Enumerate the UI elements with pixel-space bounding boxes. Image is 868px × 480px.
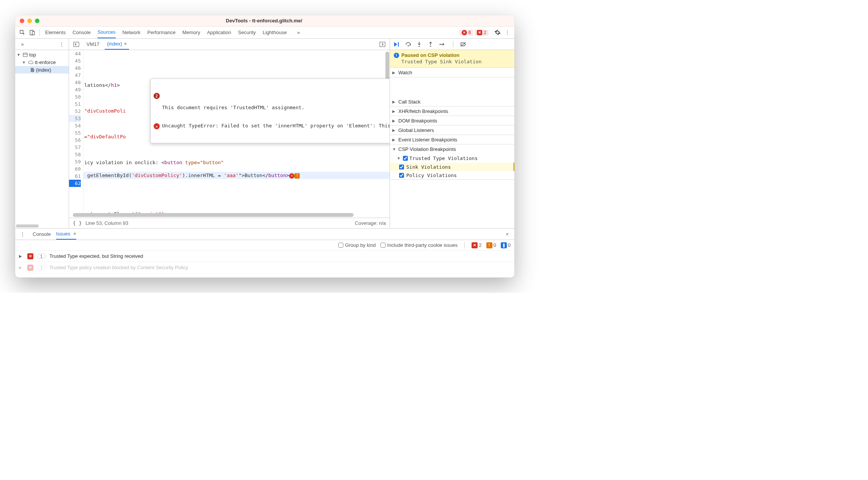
file-tree[interactable]: ▼ top ▼ tt-enforce (index) [15,50,69,224]
panel-event-listener-breakpoints[interactable]: ▶Event Listener Breakpoints [390,135,514,144]
navigator-more-icon[interactable]: » [17,39,27,49]
debugger-toolbar [390,39,514,50]
tab-security[interactable]: Security [238,27,256,38]
step-into-icon[interactable] [417,41,423,47]
info-icon: ❚ [501,242,507,248]
device-toolbar-icon[interactable] [27,28,37,38]
traffic-lights [20,19,39,23]
tree-top[interactable]: ▼ top [15,51,69,58]
error-icon: ✕ [27,253,33,259]
panel-global-listeners[interactable]: ▶Global Listeners [390,125,514,135]
issue-count: 2 [484,30,486,35]
settings-icon[interactable] [492,28,502,38]
tab-application[interactable]: Application [207,27,231,38]
group-by-kind-toggle[interactable]: Group by kind [338,242,376,248]
panel-xhr-breakpoints[interactable]: ▶XHR/fetch Breakpoints [390,107,514,116]
error-icon: ✕ [154,123,160,129]
drawer: ⋮ Console Issues × × Group by kind Inclu… [15,228,514,278]
navigator-menu-icon[interactable]: ⋮ [57,39,66,49]
minimize-window-button[interactable] [27,19,32,23]
tab-console[interactable]: Console [72,27,91,38]
svg-rect-2 [23,53,27,56]
paused-subtitle: Trusted Type Sink Violation [401,59,511,64]
tab-lighthouse[interactable]: Lighthouse [263,27,287,38]
pretty-print-icon[interactable]: { } [73,220,82,226]
document-icon [30,67,35,72]
tab-network[interactable]: Network [123,27,141,38]
inspect-icon[interactable] [17,28,27,38]
issue-title: Trusted Type policy creation blocked by … [49,265,188,270]
step-over-icon[interactable] [405,42,412,47]
close-tab-icon[interactable]: × [73,231,76,237]
issue-count-pill: 1 [37,254,46,259]
drawer-menu-icon[interactable]: ⋮ [17,229,27,239]
svg-point-7 [408,45,409,46]
tab-elements[interactable]: Elements [45,27,66,38]
code-editor[interactable]: 44454647 48495051 52535455 56575859 6061… [69,50,390,213]
tree-domain[interactable]: ▼ tt-enforce [15,58,69,66]
issue-icon: ✕ [477,30,482,35]
tooltip-msg-1: This document requires 'TrustedHTML' ass… [162,105,305,110]
paused-title-text: Paused on CSP violation [401,52,459,58]
drawer-tab-issues[interactable]: Issues × [56,229,76,240]
issue-count-badge[interactable]: ✕ 2 [475,30,489,36]
file-tab-vm17[interactable]: VM17 [84,39,102,50]
warning-icon: ! [486,242,492,248]
panel-tabs: Elements Console Sources Network Perform… [45,27,303,38]
error-count-badge[interactable]: ✕ 6 [459,30,473,36]
svg-point-9 [430,45,431,47]
deactivate-breakpoints-icon[interactable] [460,42,467,47]
close-window-button[interactable] [20,19,24,23]
editor-horizontal-scrollbar[interactable] [69,213,390,218]
tab-sources[interactable]: Sources [97,27,116,38]
editor-pane: VM17 (index) × 44454647 48495051 5253545… [69,39,390,228]
line-gutter: 44454647 48495051 52535455 56575859 6061… [69,50,83,213]
issue-count-pill: 1 [37,265,46,270]
tab-performance[interactable]: Performance [147,27,175,38]
panel-call-stack[interactable]: ▶Call Stack [390,97,514,106]
error-icon: ✕ [472,242,478,248]
resume-icon[interactable] [394,42,401,47]
tree-file-index[interactable]: (index) [15,66,69,74]
code-content[interactable]: lations</h1> "divCustomPoli ="divDefault… [83,50,390,213]
svg-rect-5 [380,42,385,47]
chevron-right-icon: ▶ [19,265,23,270]
tab-memory[interactable]: Memory [182,27,200,38]
error-tooltip: 2 This document requires 'TrustedHTML' a… [150,78,390,143]
panel-dom-breakpoints[interactable]: ▶DOM Breakpoints [390,116,514,125]
svg-rect-6 [398,42,399,47]
panel-trusted-type-violations[interactable]: ▼ Trusted Type Violations [390,154,514,163]
checkbox-policy-violations-row[interactable]: Policy Violations [390,171,514,179]
inline-error-icon[interactable]: ✕ [289,173,294,179]
checkbox-tt-violations[interactable] [403,156,408,161]
close-drawer-icon[interactable]: × [502,229,512,239]
nav-back-icon[interactable] [71,39,81,49]
cloud-icon [28,60,33,64]
close-tab-icon[interactable]: × [124,41,127,47]
panel-csp-breakpoints[interactable]: ▼CSP Violation Breakpoints [390,144,514,154]
step-icon[interactable] [439,42,446,47]
issue-row[interactable]: ▶ ✕ 1 Trusted Type expected, but String … [15,251,514,262]
file-tab-index[interactable]: (index) × [105,39,129,50]
checkbox-sink-violations[interactable] [399,165,404,169]
checkbox-sink-violations-row[interactable]: Sink Violations [390,163,514,171]
panel-watch[interactable]: ▶Watch [390,68,514,77]
coverage-status: Coverage: n/a [355,220,386,226]
error-count-bubble: 2 [154,93,160,99]
issue-title: Trusted Type expected, but String receiv… [49,253,143,259]
svg-rect-1 [32,31,35,35]
issue-row[interactable]: ▶ ✕ 1 Trusted Type policy creation block… [15,262,514,273]
kebab-menu-icon[interactable]: ⋮ [502,28,512,38]
info-icon: i [394,53,399,58]
drawer-tab-console[interactable]: Console [33,229,51,240]
main-area: » ⋮ ▼ top ▼ tt-enforce (index) [15,39,514,228]
titlebar: DevTools - tt-enforced.glitch.me/ [15,15,514,27]
third-party-toggle[interactable]: Include third-party cookie issues [381,242,458,248]
nav-forward-icon[interactable] [377,39,387,49]
navigator-scrollbar[interactable] [15,224,69,228]
maximize-window-button[interactable] [35,19,39,23]
step-out-icon[interactable] [428,41,435,47]
checkbox-policy-violations[interactable] [399,173,404,178]
inline-warning-icon[interactable]: ! [294,173,300,179]
more-tabs-icon[interactable]: » [294,28,303,38]
